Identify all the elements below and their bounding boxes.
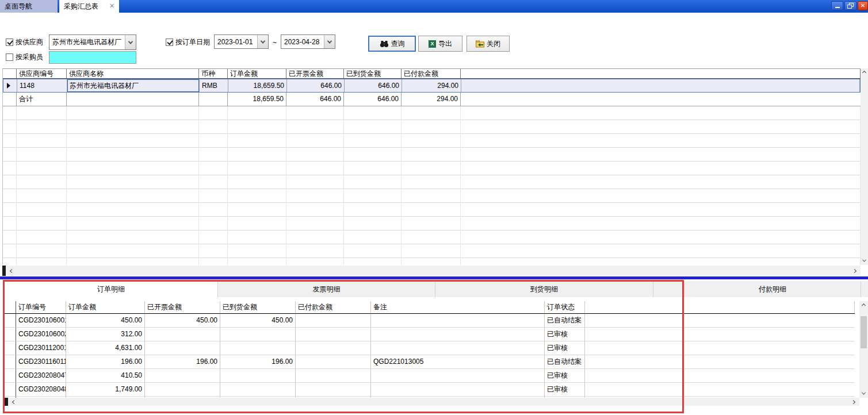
cell-order-amount[interactable]: 18,659.50 [228, 79, 287, 92]
column-header-currency[interactable]: 币种 [199, 69, 228, 78]
buyer-filter-checkbox[interactable]: 按采购员 [6, 52, 43, 62]
tab-order-detail[interactable]: 订单明细 [5, 281, 218, 297]
detail-horizontal-scrollbar[interactable] [5, 398, 859, 406]
cell-invoiced-amount[interactable]: 646.00 [287, 79, 345, 92]
tab-close-icon[interactable]: ✕ [108, 2, 116, 10]
cell-order-no[interactable]: CGD230112001 [16, 341, 66, 355]
tab-payment-detail[interactable]: 付款明细 [685, 281, 861, 297]
summary-row-selected[interactable]: 1148 苏州市光福电讯器材厂 RMB 18,659.50 646.00 646… [3, 79, 861, 93]
detail-row[interactable]: CGD230106001 450.00 450.00 450.00 已自动结案 [5, 314, 855, 328]
cell-paid-amount[interactable] [296, 369, 371, 383]
supplier-combobox-dropdown-button[interactable] [125, 35, 136, 49]
scrollbar-thumb[interactable] [861, 316, 867, 348]
column-header-paid-amount[interactable]: 已付款金额 [402, 69, 461, 78]
column-header-received-amount[interactable]: 已到货金额 [344, 69, 402, 78]
scroll-right-icon[interactable] [852, 268, 856, 272]
column-header-received-amount[interactable]: 已到货金额 [220, 301, 296, 313]
scroll-up-icon[interactable] [862, 71, 866, 75]
column-header-invoiced-amount[interactable]: 已开票金额 [286, 69, 344, 78]
scroll-up-icon[interactable] [862, 303, 866, 308]
cell-paid-amount[interactable] [296, 328, 371, 341]
column-header-order-amount[interactable]: 订单金额 [228, 69, 286, 78]
cell-paid-amount[interactable]: 294.00 [402, 79, 461, 92]
cell-remark[interactable] [371, 314, 545, 328]
date-from-combobox[interactable]: 2023-01-01 [214, 34, 269, 49]
detail-row[interactable]: CGD230208047 410.50 已审核 [5, 369, 855, 383]
close-button[interactable]: 关闭 [466, 36, 510, 52]
query-button[interactable]: 查询 [368, 36, 416, 52]
buyer-input[interactable] [49, 51, 136, 64]
summary-row-total[interactable]: 合计 18,659.50 646.00 646.00 294.00 [3, 93, 861, 106]
cell-remark[interactable] [371, 341, 545, 355]
cell-supplier-code[interactable]: 1148 [17, 79, 67, 92]
cell-received-amount[interactable] [220, 328, 296, 341]
detail-row[interactable]: CGD230112001 4,631.00 已审核 [5, 341, 855, 355]
cell-paid-amount[interactable] [296, 314, 371, 328]
supplier-filter-checkbox[interactable]: 按供应商 [6, 37, 43, 47]
cell-remark[interactable]: QGD221013005 [371, 355, 545, 369]
cell-received-amount[interactable] [220, 369, 296, 383]
export-button[interactable]: X 导出 [418, 36, 462, 52]
cell-order-amount[interactable]: 1,749.00 [66, 383, 145, 397]
date-to-dropdown-button[interactable] [324, 35, 335, 48]
cell-order-status[interactable]: 已自动结案 [545, 314, 585, 328]
cell-remark[interactable] [371, 383, 545, 397]
cell-order-status[interactable]: 已审核 [545, 341, 585, 355]
cell-order-amount[interactable]: 312.00 [66, 328, 145, 341]
date-from-dropdown-button[interactable] [257, 35, 268, 48]
checkbox-checked-icon[interactable] [6, 39, 13, 46]
cell-invoiced-amount[interactable] [145, 383, 220, 397]
column-header-invoiced-amount[interactable]: 已开票金额 [145, 301, 220, 313]
column-header-order-status[interactable]: 订单状态 [545, 301, 585, 313]
cell-received-amount[interactable] [220, 383, 296, 397]
cell-order-status[interactable]: 已审核 [545, 369, 585, 383]
scroll-down-icon[interactable] [862, 258, 866, 262]
cell-received-amount[interactable]: 646.00 [345, 79, 402, 92]
cell-invoiced-amount[interactable] [145, 341, 220, 355]
scrollbar-grip[interactable] [2, 266, 6, 276]
close-window-button[interactable]: ✕ [858, 1, 868, 10]
detail-row[interactable]: CGD230106002 312.00 已审核 [5, 328, 855, 341]
column-header-order-no[interactable]: 订单编号 [16, 301, 66, 313]
cell-order-amount[interactable]: 4,631.00 [66, 341, 145, 355]
cell-invoiced-amount[interactable]: 450.00 [145, 314, 220, 328]
cell-paid-amount[interactable] [296, 341, 371, 355]
scroll-right-icon[interactable] [851, 399, 855, 404]
cell-order-no[interactable]: CGD230106002 [16, 328, 66, 341]
tab-arrival-detail[interactable]: 到货明细 [435, 281, 653, 297]
checkbox-unchecked-icon[interactable] [6, 53, 13, 61]
cell-order-no[interactable]: CGD230208047 [16, 369, 66, 383]
date-to-combobox[interactable]: 2023-04-28 [281, 34, 335, 49]
scrollbar-grip[interactable] [5, 398, 8, 406]
cell-received-amount[interactable]: 450.00 [220, 314, 296, 328]
cell-received-amount[interactable]: 196.00 [220, 355, 296, 369]
tab-invoice-detail[interactable]: 发票明细 [218, 281, 435, 297]
cell-remark[interactable] [371, 328, 545, 341]
window-tab-purchase-summary[interactable]: 采购汇总表 ✕ [59, 0, 119, 13]
scroll-down-icon[interactable] [862, 391, 866, 395]
cell-invoiced-amount[interactable] [145, 328, 220, 341]
scroll-left-icon[interactable] [10, 268, 14, 272]
cell-order-status[interactable]: 已审核 [545, 383, 585, 397]
cell-order-amount[interactable]: 410.50 [66, 369, 145, 383]
summary-vertical-scrollbar[interactable] [861, 68, 868, 265]
restore-button[interactable] [844, 1, 856, 10]
column-header-supplier-code[interactable]: 供应商编号 [17, 69, 67, 78]
scroll-left-icon[interactable] [12, 399, 16, 404]
cell-received-amount[interactable] [220, 341, 296, 355]
detail-vertical-scrollbar[interactable] [859, 301, 868, 398]
cell-order-no[interactable]: CGD230208048 [16, 383, 66, 397]
order-date-filter-checkbox[interactable]: 按订单日期 [166, 37, 210, 47]
cell-order-status[interactable]: 已审核 [545, 328, 585, 341]
supplier-combobox[interactable]: 苏州市光福电讯器材厂 [49, 34, 136, 50]
cell-order-status[interactable]: 已自动结案 [545, 355, 585, 369]
column-header-paid-amount[interactable]: 已付款金额 [296, 301, 371, 313]
detail-row[interactable]: CGD230208048 1,749.00 已审核 [5, 383, 855, 397]
column-header-supplier-name[interactable]: 供应商名称 [67, 69, 199, 78]
minimize-button[interactable] [831, 1, 843, 10]
summary-horizontal-scrollbar[interactable] [2, 266, 861, 276]
cell-order-no[interactable]: CGD230116011 [16, 355, 66, 369]
cell-remark[interactable] [371, 369, 545, 383]
detail-row[interactable]: CGD230116011 196.00 196.00 196.00 QGD221… [5, 355, 855, 369]
cell-supplier-name-focused[interactable]: 苏州市光福电讯器材厂 [67, 79, 200, 92]
